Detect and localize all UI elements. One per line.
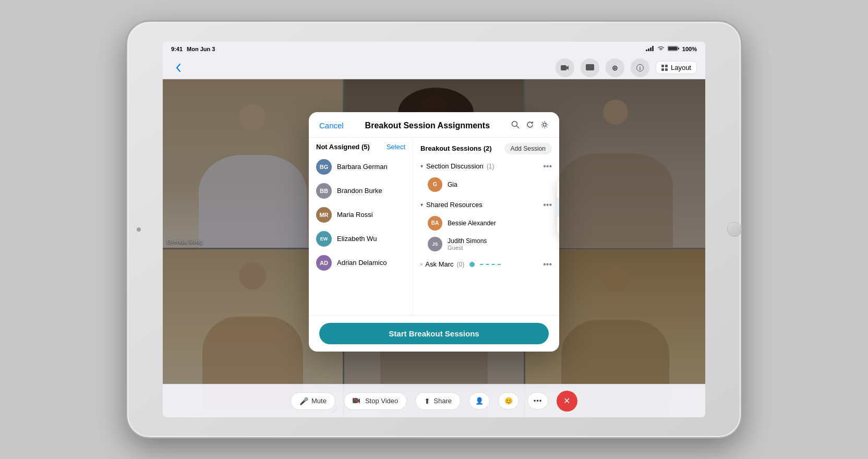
status-bar: 9:41 Mon Jun 3 bbox=[163, 42, 705, 56]
mute-button[interactable]: 🎤 Mute bbox=[291, 392, 335, 410]
breakout-modal: Cancel Breakout Session Assignments bbox=[309, 112, 559, 352]
back-button[interactable] bbox=[171, 61, 186, 75]
reactions-icon: 😊 bbox=[504, 397, 513, 405]
ask-marc-dot bbox=[469, 262, 475, 267]
reactions-button[interactable]: 😊 bbox=[498, 392, 519, 409]
message-button[interactable] bbox=[581, 58, 599, 77]
member-judith-name: Judith Simons bbox=[448, 237, 487, 245]
svg-point-17 bbox=[512, 121, 517, 126]
svg-rect-8 bbox=[586, 64, 594, 70]
participant-adrian-delamico[interactable]: AD Adrian Delamico bbox=[309, 251, 413, 275]
session-ask-marc-header[interactable]: › Ask Marc (0) ••• bbox=[413, 257, 559, 272]
status-time: 9:41 bbox=[171, 46, 183, 52]
svg-line-18 bbox=[517, 126, 520, 128]
svg-rect-12 bbox=[665, 65, 668, 67]
session-ask-marc-more[interactable]: ••• bbox=[543, 260, 552, 269]
avatar-adrian: AD bbox=[316, 255, 332, 271]
nav-icons: ⊛ i Layout bbox=[556, 58, 697, 77]
more-button[interactable]: ••• bbox=[527, 392, 548, 409]
participant-barbara-german[interactable]: BG Barbara German bbox=[309, 155, 413, 179]
sessions-title: Breakout Sessions (2) bbox=[420, 144, 492, 152]
stop-video-button[interactable]: Stop Video bbox=[344, 392, 407, 410]
select-link[interactable]: Select bbox=[387, 143, 405, 151]
participants-icon: 👤 bbox=[475, 397, 484, 405]
not-assigned-title: Not Assigned (5) bbox=[316, 143, 370, 151]
context-remove[interactable]: Remove bbox=[557, 179, 559, 198]
session-ask-marc: › Ask Marc (0) ••• bbox=[413, 257, 559, 272]
battery-percent: 100% bbox=[682, 46, 697, 52]
name-adrian: Adrian Delamico bbox=[337, 259, 387, 267]
info-button[interactable]: i bbox=[631, 58, 649, 77]
session-ask-marc-count: (0) bbox=[457, 261, 465, 268]
camera-toggle-button[interactable] bbox=[556, 58, 574, 77]
context-exchange[interactable]: Exchange bbox=[557, 217, 559, 235]
share-button[interactable]: ⬆ Share bbox=[415, 392, 461, 410]
member-gia-info: Gia bbox=[448, 181, 457, 188]
avatar-brandon: BB bbox=[316, 183, 332, 199]
ipad-screen: 9:41 Mon Jun 3 bbox=[163, 42, 705, 417]
context-move-to[interactable]: Move to Move to bbox=[557, 198, 559, 217]
session-section-discussion-count: (1) bbox=[487, 163, 495, 170]
svg-rect-6 bbox=[678, 47, 679, 50]
session-member-bessie: BA Bessie Alexander bbox=[413, 213, 559, 234]
end-call-button[interactable]: ✕ bbox=[557, 391, 577, 412]
svg-rect-11 bbox=[661, 65, 664, 67]
end-icon: ✕ bbox=[563, 396, 570, 406]
session-shared-resources-header[interactable]: ▾ Shared Resources ••• bbox=[413, 197, 559, 213]
search-button[interactable] bbox=[511, 120, 520, 131]
mute-icon: 🎤 bbox=[299, 397, 308, 405]
sessions-list: ▾ Section Discussion (1) ••• G Gia bbox=[413, 159, 559, 315]
svg-rect-14 bbox=[665, 68, 668, 71]
modal-body: Not Assigned (5) Select BG Barbara Germa… bbox=[309, 138, 559, 315]
refresh-button[interactable] bbox=[526, 120, 534, 131]
session-section-discussion-name: Section Discussion bbox=[426, 162, 484, 170]
svg-point-19 bbox=[543, 123, 546, 126]
wifi-icon bbox=[657, 46, 665, 52]
session-ask-marc-name: Ask Marc bbox=[425, 260, 453, 268]
avatar-bessie: BA bbox=[428, 216, 442, 231]
member-judith-info: Judith Simons Guest bbox=[448, 237, 487, 251]
modal-title: Breakout Session Assignments bbox=[365, 121, 490, 130]
svg-rect-5 bbox=[668, 47, 677, 50]
top-navigation: ⊛ i Layout bbox=[163, 56, 705, 79]
member-judith-role: Guest bbox=[448, 245, 487, 251]
member-bessie-info: Bessie Alexander bbox=[448, 220, 496, 227]
bottom-toolbar: 🎤 Mute Stop Video ⬆ Share 👤 bbox=[163, 384, 705, 417]
svg-rect-1 bbox=[648, 49, 649, 51]
session-section-discussion-header[interactable]: ▾ Section Discussion (1) ••• bbox=[413, 159, 559, 174]
share-icon: ⬆ bbox=[424, 397, 430, 405]
breakout-sessions-panel: Breakout Sessions (2) Add Session ▾ Sect… bbox=[413, 138, 559, 315]
cancel-button[interactable]: Cancel bbox=[319, 121, 344, 130]
chevron-right-icon: › bbox=[420, 261, 422, 267]
session-section-discussion-more[interactable]: ••• bbox=[543, 162, 552, 171]
start-breakout-button[interactable]: Start Breakout Sessions bbox=[319, 323, 549, 344]
participants-button[interactable]: 👤 bbox=[469, 392, 490, 409]
member-gia-name: Gia bbox=[448, 181, 457, 188]
session-shared-resources-more[interactable]: ••• bbox=[543, 200, 552, 210]
sessions-header: Breakout Sessions (2) Add Session bbox=[413, 138, 559, 159]
modal-overlay: Cancel Breakout Session Assignments bbox=[163, 79, 705, 384]
add-session-button[interactable]: Add Session bbox=[504, 143, 552, 154]
participant-elizabeth-wu[interactable]: EW Elizabeth Wu bbox=[309, 227, 413, 251]
svg-rect-2 bbox=[650, 47, 652, 51]
layout-label: Layout bbox=[671, 64, 691, 71]
session-shared-resources-name: Shared Resources bbox=[426, 201, 483, 209]
participant-maria-rossi[interactable]: MR Maria Rossi bbox=[309, 203, 413, 227]
share-label: Share bbox=[433, 397, 452, 405]
avatar-barbara: BG bbox=[316, 159, 332, 175]
svg-rect-3 bbox=[652, 46, 654, 51]
bluetooth-button[interactable]: ⊛ bbox=[606, 58, 624, 77]
name-elizabeth: Elizabeth Wu bbox=[337, 235, 377, 243]
participant-brandon-burke[interactable]: BB Brandon Burke bbox=[309, 179, 413, 203]
status-bar-left: 9:41 Mon Jun 3 bbox=[171, 46, 215, 52]
modal-footer: Start Breakout Sessions bbox=[309, 315, 559, 352]
settings-button[interactable] bbox=[540, 120, 549, 131]
ipad-home-button[interactable] bbox=[727, 222, 742, 237]
chevron-down-icon: ▾ bbox=[420, 163, 423, 169]
stop-video-label: Stop Video bbox=[365, 397, 398, 405]
modal-header-icons bbox=[511, 120, 549, 131]
session-shared-resources: ▾ Shared Resources ••• BA Bessie Alexand… bbox=[413, 197, 559, 255]
layout-button[interactable]: Layout bbox=[656, 61, 697, 74]
name-barbara: Barbara German bbox=[337, 163, 388, 171]
battery-icon bbox=[668, 46, 679, 52]
